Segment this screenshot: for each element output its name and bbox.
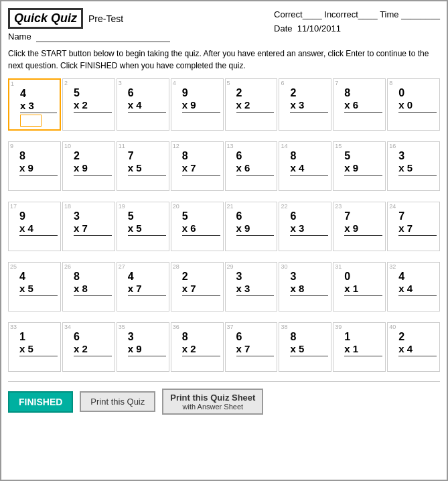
name-input[interactable]: [36, 31, 170, 42]
problem-top-number: 6: [236, 210, 242, 222]
problem-content: 8x 2: [174, 324, 220, 368]
problem-content: 6x 4: [120, 80, 166, 125]
problem-number: 9: [10, 143, 13, 149]
problem-top-number: 6: [236, 331, 242, 343]
problem-content: 2x 4: [390, 324, 437, 368]
problem-content: 8x 7: [174, 143, 220, 188]
quiz-grid: 14x 325x 236x 449x 952x 262x 378x 680x 0…: [8, 78, 440, 372]
problem-top-number: 1: [344, 331, 350, 343]
problem-top-number: 5: [74, 87, 80, 99]
problem-multiplier: x 9: [74, 162, 112, 176]
problem-cell: 293x 3: [225, 262, 278, 312]
problem-top-number: 5: [344, 150, 350, 162]
problem-multiplier: x 4: [398, 283, 437, 296]
problem-number: 23: [335, 203, 342, 210]
problem-multiplier: x 0: [398, 99, 437, 113]
correct-incorrect-row: Correct____ Incorrect____ Time ________: [274, 8, 440, 22]
problem-multiplier: x 9: [128, 343, 166, 356]
problem-number: 10: [64, 143, 71, 149]
problem-cell: 102x 9: [62, 141, 115, 191]
problem-multiplier: x 7: [74, 222, 112, 236]
problem-content: 6x 9: [228, 204, 275, 248]
problem-top-number: 3: [398, 150, 404, 162]
print-sheet-line2: with Answer Sheet: [170, 403, 255, 411]
problem-number: 39: [335, 324, 342, 330]
problem-number: 35: [119, 324, 125, 330]
problem-multiplier: x 6: [344, 99, 382, 113]
problem-top-number: 6: [236, 150, 242, 162]
incorrect-label: Incorrect: [324, 9, 358, 19]
title-area: Quick Quiz Pre-Test: [8, 8, 170, 29]
instructions: Click the START button below to begin ta…: [8, 48, 440, 72]
problem-number: 20: [173, 203, 179, 210]
problem-multiplier: x 7: [182, 283, 220, 296]
problem-cell: 254x 5: [8, 262, 61, 312]
problem-top-number: 3: [236, 271, 242, 283]
problem-number: 31: [335, 263, 342, 270]
problem-cell: 346x 2: [62, 322, 115, 372]
problem-top-number: 3: [128, 331, 134, 343]
problem-multiplier: x 7: [182, 162, 220, 176]
problem-number: 40: [389, 324, 396, 330]
problem-number: 15: [335, 143, 342, 149]
problem-multiplier: x 5: [398, 162, 437, 176]
problem-multiplier: x 4: [290, 162, 328, 176]
problem-number: 30: [281, 263, 287, 270]
problem-cell: 117x 5: [117, 141, 169, 191]
name-field-row: Name: [8, 31, 170, 42]
problem-top-number: 7: [398, 210, 404, 222]
problem-content: 3x 5: [390, 143, 437, 188]
problem-top-number: 0: [344, 271, 350, 283]
problem-cell: 36x 4: [117, 78, 169, 131]
print-quiz-button[interactable]: Print this Quiz: [80, 391, 155, 412]
problem-number: 33: [10, 324, 17, 330]
problem-content: 9x 9: [174, 80, 220, 125]
problem-cell: 183x 7: [62, 202, 115, 251]
problem-cell: 216x 9: [225, 202, 278, 251]
problem-content: 3x 3: [228, 264, 275, 308]
footer: FINISHED Print this Quiz Print this Quiz…: [8, 381, 440, 415]
problem-multiplier: x 2: [236, 99, 275, 113]
score-area: Correct____ Incorrect____ Time ________ …: [274, 8, 440, 36]
problem-content: 4x 4: [390, 264, 437, 308]
problem-cell: 148x 4: [279, 141, 331, 191]
problem-top-number: 9: [19, 210, 25, 222]
problem-number: 5: [227, 80, 230, 86]
problem-cell: 268x 8: [62, 262, 115, 312]
problem-multiplier: x 1: [344, 343, 382, 356]
problem-cell: 388x 5: [279, 322, 331, 372]
problem-content: 2x 9: [66, 143, 112, 188]
problem-cell: 155x 9: [333, 141, 386, 191]
print-quiz-sheet-button[interactable]: Print this Quiz Sheet with Answer Sheet: [162, 389, 263, 415]
problem-content: 6x 2: [66, 324, 112, 368]
problem-content: 3x 8: [282, 264, 328, 308]
problem-number: 18: [64, 203, 71, 210]
problem-cell: 226x 3: [279, 202, 331, 251]
problem-cell: 49x 9: [171, 78, 224, 131]
pretest-label: Pre-Test: [88, 13, 123, 24]
problem-top-number: 4: [128, 271, 134, 283]
problem-top-number: 2: [398, 331, 404, 343]
problem-content: 2x 2: [228, 80, 275, 125]
problem-number: 3: [119, 80, 122, 86]
problem-multiplier: x 5: [128, 222, 166, 236]
problem-cell: 80x 0: [387, 78, 440, 131]
problem-content: 8x 9: [11, 143, 58, 188]
problem-content: 8x 6: [336, 80, 382, 125]
problem-number: 27: [119, 263, 125, 270]
problem-cell: 303x 8: [279, 262, 331, 312]
problem-cell: 247x 7: [387, 202, 440, 251]
finished-button[interactable]: FINISHED: [8, 391, 73, 413]
problem-multiplier: x 8: [290, 283, 328, 296]
problem-top-number: 8: [182, 331, 188, 343]
problem-number: 11: [119, 143, 125, 149]
problem-multiplier: x 4: [128, 99, 166, 113]
problem-top-number: 7: [128, 150, 134, 162]
problem-number: 8: [389, 80, 392, 86]
problem-cell: 179x 4: [8, 202, 61, 251]
answer-box-active[interactable]: [20, 115, 42, 127]
problem-content: 1x 1: [336, 324, 382, 368]
problem-content: 8x 8: [66, 264, 112, 308]
problem-top-number: 6: [74, 331, 80, 343]
problem-number: 22: [281, 203, 287, 210]
